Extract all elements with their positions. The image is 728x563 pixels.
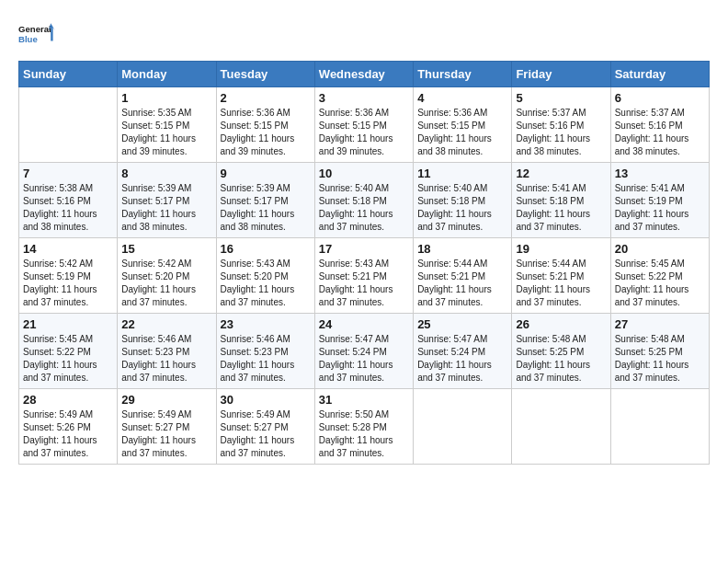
calendar-cell: 29Sunrise: 5:49 AMSunset: 5:27 PMDayligh… [118, 389, 216, 465]
day-info: Sunrise: 5:40 AMSunset: 5:18 PMDaylight:… [417, 182, 507, 234]
calendar-cell [512, 389, 610, 465]
calendar-cell: 13Sunrise: 5:41 AMSunset: 5:19 PMDayligh… [610, 163, 709, 238]
calendar-cell: 4Sunrise: 5:36 AMSunset: 5:15 PMDaylight… [414, 87, 512, 163]
day-info: Sunrise: 5:49 AMSunset: 5:27 PMDaylight:… [121, 408, 211, 460]
calendar-cell: 25Sunrise: 5:47 AMSunset: 5:24 PMDayligh… [414, 314, 512, 389]
calendar-cell: 8Sunrise: 5:39 AMSunset: 5:17 PMDaylight… [118, 163, 216, 238]
calendar-cell: 17Sunrise: 5:43 AMSunset: 5:21 PMDayligh… [314, 238, 413, 314]
day-number: 9 [221, 167, 311, 180]
page-header: General Blue [18, 18, 710, 52]
calendar-cell: 16Sunrise: 5:43 AMSunset: 5:20 PMDayligh… [216, 238, 314, 314]
calendar-cell: 18Sunrise: 5:44 AMSunset: 5:21 PMDayligh… [414, 238, 512, 314]
weekday-header-sunday: Sunday [19, 62, 118, 87]
day-info: Sunrise: 5:50 AMSunset: 5:28 PMDaylight:… [319, 408, 409, 460]
calendar-cell: 15Sunrise: 5:42 AMSunset: 5:20 PMDayligh… [118, 238, 216, 314]
calendar-cell: 19Sunrise: 5:44 AMSunset: 5:21 PMDayligh… [512, 238, 610, 314]
calendar-cell: 2Sunrise: 5:36 AMSunset: 5:15 PMDaylight… [216, 87, 314, 163]
calendar-cell: 12Sunrise: 5:41 AMSunset: 5:18 PMDayligh… [512, 163, 610, 238]
day-info: Sunrise: 5:47 AMSunset: 5:24 PMDaylight:… [319, 333, 409, 385]
calendar-cell [19, 87, 118, 163]
calendar-cell: 9Sunrise: 5:39 AMSunset: 5:17 PMDaylight… [216, 163, 314, 238]
weekday-header-row: SundayMondayTuesdayWednesdayThursdayFrid… [19, 62, 710, 87]
calendar-cell: 31Sunrise: 5:50 AMSunset: 5:28 PMDayligh… [314, 389, 413, 465]
calendar-cell: 21Sunrise: 5:45 AMSunset: 5:22 PMDayligh… [19, 314, 118, 389]
calendar-cell: 23Sunrise: 5:46 AMSunset: 5:23 PMDayligh… [216, 314, 314, 389]
day-number: 12 [516, 167, 606, 180]
calendar-cell: 7Sunrise: 5:38 AMSunset: 5:16 PMDaylight… [19, 163, 118, 238]
day-number: 8 [121, 167, 211, 180]
calendar-week-row: 7Sunrise: 5:38 AMSunset: 5:16 PMDaylight… [19, 163, 710, 238]
calendar-cell [414, 389, 512, 465]
day-info: Sunrise: 5:43 AMSunset: 5:20 PMDaylight:… [221, 258, 311, 309]
calendar-table: SundayMondayTuesdayWednesdayThursdayFrid… [18, 61, 710, 465]
day-info: Sunrise: 5:36 AMSunset: 5:15 PMDaylight:… [319, 107, 409, 158]
weekday-header-thursday: Thursday [414, 62, 512, 87]
day-number: 31 [319, 393, 409, 407]
day-info: Sunrise: 5:38 AMSunset: 5:16 PMDaylight:… [23, 182, 113, 234]
calendar-cell: 5Sunrise: 5:37 AMSunset: 5:16 PMDaylight… [512, 87, 610, 163]
day-number: 28 [23, 393, 113, 407]
day-number: 18 [417, 242, 507, 256]
day-number: 25 [417, 317, 507, 331]
day-info: Sunrise: 5:43 AMSunset: 5:21 PMDaylight:… [319, 258, 409, 309]
calendar-cell: 14Sunrise: 5:42 AMSunset: 5:19 PMDayligh… [19, 238, 118, 314]
calendar-week-row: 1Sunrise: 5:35 AMSunset: 5:15 PMDaylight… [19, 87, 710, 163]
calendar-week-row: 21Sunrise: 5:45 AMSunset: 5:22 PMDayligh… [19, 314, 710, 389]
day-info: Sunrise: 5:48 AMSunset: 5:25 PMDaylight:… [615, 333, 705, 385]
weekday-header-saturday: Saturday [610, 62, 709, 87]
day-number: 23 [221, 317, 311, 331]
day-number: 5 [516, 91, 606, 105]
calendar-cell: 24Sunrise: 5:47 AMSunset: 5:24 PMDayligh… [314, 314, 413, 389]
day-info: Sunrise: 5:35 AMSunset: 5:15 PMDaylight:… [121, 107, 211, 158]
day-number: 27 [615, 317, 705, 331]
day-info: Sunrise: 5:39 AMSunset: 5:17 PMDaylight:… [221, 182, 311, 234]
day-number: 14 [23, 242, 113, 256]
day-number: 16 [221, 242, 311, 256]
day-number: 24 [319, 317, 409, 331]
day-number: 7 [23, 167, 113, 180]
day-info: Sunrise: 5:37 AMSunset: 5:16 PMDaylight:… [615, 107, 705, 158]
calendar-cell: 27Sunrise: 5:48 AMSunset: 5:25 PMDayligh… [610, 314, 709, 389]
svg-text:General: General [18, 24, 51, 34]
weekday-header-friday: Friday [512, 62, 610, 87]
day-number: 21 [23, 317, 113, 331]
calendar-cell: 11Sunrise: 5:40 AMSunset: 5:18 PMDayligh… [414, 163, 512, 238]
calendar-header: SundayMondayTuesdayWednesdayThursdayFrid… [19, 62, 710, 87]
logo: General Blue [18, 18, 55, 52]
day-info: Sunrise: 5:39 AMSunset: 5:17 PMDaylight:… [121, 182, 211, 234]
calendar-week-row: 28Sunrise: 5:49 AMSunset: 5:26 PMDayligh… [19, 389, 710, 465]
day-info: Sunrise: 5:47 AMSunset: 5:24 PMDaylight:… [417, 333, 507, 385]
day-number: 2 [221, 91, 311, 105]
day-number: 20 [615, 242, 705, 256]
day-number: 17 [319, 242, 409, 256]
calendar-cell: 3Sunrise: 5:36 AMSunset: 5:15 PMDaylight… [314, 87, 413, 163]
day-number: 13 [615, 167, 705, 180]
day-info: Sunrise: 5:48 AMSunset: 5:25 PMDaylight:… [516, 333, 606, 385]
day-number: 30 [221, 393, 311, 407]
weekday-header-monday: Monday [118, 62, 216, 87]
calendar-week-row: 14Sunrise: 5:42 AMSunset: 5:19 PMDayligh… [19, 238, 710, 314]
calendar-cell [610, 389, 709, 465]
day-info: Sunrise: 5:46 AMSunset: 5:23 PMDaylight:… [121, 333, 211, 385]
day-info: Sunrise: 5:36 AMSunset: 5:15 PMDaylight:… [221, 107, 311, 158]
calendar-cell: 26Sunrise: 5:48 AMSunset: 5:25 PMDayligh… [512, 314, 610, 389]
svg-text:Blue: Blue [18, 34, 38, 44]
weekday-header-wednesday: Wednesday [314, 62, 413, 87]
day-info: Sunrise: 5:44 AMSunset: 5:21 PMDaylight:… [417, 258, 507, 309]
day-info: Sunrise: 5:49 AMSunset: 5:26 PMDaylight:… [23, 408, 113, 460]
day-info: Sunrise: 5:45 AMSunset: 5:22 PMDaylight:… [615, 258, 705, 309]
day-number: 29 [121, 393, 211, 407]
day-number: 1 [121, 91, 211, 105]
day-info: Sunrise: 5:36 AMSunset: 5:15 PMDaylight:… [417, 107, 507, 158]
day-info: Sunrise: 5:46 AMSunset: 5:23 PMDaylight:… [221, 333, 311, 385]
day-info: Sunrise: 5:40 AMSunset: 5:18 PMDaylight:… [319, 182, 409, 234]
day-number: 10 [319, 167, 409, 180]
calendar-cell: 28Sunrise: 5:49 AMSunset: 5:26 PMDayligh… [19, 389, 118, 465]
calendar-cell: 1Sunrise: 5:35 AMSunset: 5:15 PMDaylight… [118, 87, 216, 163]
calendar-cell: 30Sunrise: 5:49 AMSunset: 5:27 PMDayligh… [216, 389, 314, 465]
day-info: Sunrise: 5:42 AMSunset: 5:19 PMDaylight:… [23, 258, 113, 309]
day-number: 26 [516, 317, 606, 331]
calendar-cell: 20Sunrise: 5:45 AMSunset: 5:22 PMDayligh… [610, 238, 709, 314]
day-number: 19 [516, 242, 606, 256]
calendar-cell: 6Sunrise: 5:37 AMSunset: 5:16 PMDaylight… [610, 87, 709, 163]
